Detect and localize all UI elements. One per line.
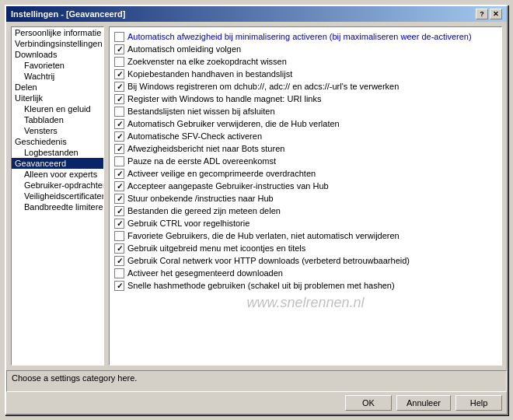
- sidebar-item-logbestanden[interactable]: Logbestanden: [12, 147, 103, 158]
- watermark: www.snelrennen.nl: [246, 295, 364, 311]
- sidebar-item-uiterlijk[interactable]: Uiterlijk: [12, 93, 103, 103]
- sidebar-item-downloads[interactable]: Downloads: [12, 49, 103, 60]
- sidebar-item-bandbreedte[interactable]: Bandbreedte limiteren: [12, 201, 103, 212]
- checkbox-8[interactable]: [114, 131, 124, 142]
- checkbox-label-10: Pauze na de eerste ADL overeenkomst: [127, 156, 497, 166]
- checkbox-label-19: Activeer het gesegmenteerd downloaden: [127, 268, 497, 278]
- ok-button[interactable]: OK: [345, 395, 392, 411]
- sidebar-item-geavanceerd[interactable]: Geavanceerd: [12, 158, 103, 169]
- checkbox-13[interactable]: [114, 194, 124, 204]
- sidebar-item-persoonlijke[interactable]: Persoonlijke informatie: [12, 27, 103, 38]
- cancel-button[interactable]: Annuleer: [396, 395, 451, 411]
- checkbox-17[interactable]: [114, 243, 124, 254]
- checkbox-label-1: Automatisch omleiding volgen: [127, 44, 497, 54]
- sidebar-item-favorieten[interactable]: Favorieten: [12, 60, 103, 71]
- checkbox-label-17: Gebruik uitgebreid menu met icoontjes en…: [127, 243, 497, 254]
- sidebar-item-delen[interactable]: Delen: [12, 82, 103, 93]
- checkbox-label-14: Bestanden die gereed zijn meteen delen: [127, 205, 497, 216]
- checkbox-row-20[interactable]: Snelle hashmethode gebruiken (schakel ui…: [113, 279, 498, 292]
- sidebar-item-wachtrij[interactable]: Wachtrij: [12, 71, 103, 82]
- help-title-button[interactable]: ?: [476, 9, 488, 19]
- checkbox-row-13[interactable]: Stuur onbekende /instructies naar Hub: [113, 192, 498, 205]
- checkbox-row-18[interactable]: Gebruik Coral netwerk voor HTTP download…: [113, 254, 498, 267]
- sidebar: Persoonlijke informatieVerbindingsinstel…: [11, 26, 104, 366]
- checkbox-14[interactable]: [114, 206, 124, 216]
- help-button[interactable]: Help: [455, 395, 502, 411]
- checkbox-row-7[interactable]: Automatisch Gebruiker verwijderen, die d…: [113, 117, 498, 130]
- checkbox-label-5: Register with Windows to handle magnet: …: [127, 93, 497, 104]
- sidebar-item-vensters[interactable]: Vensters: [12, 125, 103, 136]
- checkbox-12[interactable]: [114, 181, 124, 191]
- checkbox-19[interactable]: [114, 268, 124, 278]
- checkbox-row-9[interactable]: Afwezigheidsbericht niet naar Bots sture…: [113, 142, 498, 155]
- checkbox-label-18: Gebruik Coral netwerk voor HTTP download…: [127, 255, 497, 266]
- checkbox-row-3[interactable]: Kopiebestanden handhaven in bestandslijs…: [113, 68, 498, 80]
- status-bar: Choose a settings category here.: [6, 370, 507, 392]
- sidebar-item-tabbladen[interactable]: Tabbladen: [12, 114, 103, 125]
- sidebar-item-experts[interactable]: Alleen voor experts: [12, 169, 103, 180]
- watermark-row: www.snelrennen.nl: [113, 292, 498, 314]
- checkbox-0[interactable]: [114, 32, 124, 42]
- checkbox-9[interactable]: [114, 144, 124, 154]
- sidebar-item-opdrachten[interactable]: Gebruiker-opdrachten: [12, 180, 103, 191]
- checkbox-label-9: Afwezigheidsbericht niet naar Bots sture…: [127, 143, 497, 154]
- checkbox-row-14[interactable]: Bestanden die gereed zijn meteen delen: [113, 205, 498, 217]
- checkbox-20[interactable]: [114, 281, 124, 291]
- checkbox-6[interactable]: [114, 107, 124, 117]
- content-area: Persoonlijke informatieVerbindingsinstel…: [6, 22, 507, 370]
- checkbox-label-8: Automatische SFV-Check activeren: [127, 131, 497, 142]
- checkbox-row-16[interactable]: Favoriete Gebruikers, die de Hub verlate…: [113, 229, 498, 242]
- checkbox-row-15[interactable]: Gebruik CTRL voor regelhistorie: [113, 217, 498, 229]
- checkbox-15[interactable]: [114, 219, 124, 229]
- checkbox-row-8[interactable]: Automatische SFV-Check activeren: [113, 130, 498, 142]
- checkbox-16[interactable]: [114, 231, 124, 241]
- checkbox-row-1[interactable]: Automatisch omleiding volgen: [113, 43, 498, 55]
- titlebar: Instellingen - [Geavanceerd] ? ✕: [6, 6, 507, 22]
- checkbox-row-5[interactable]: Register with Windows to handle magnet: …: [113, 93, 498, 105]
- sidebar-item-geschiedenis[interactable]: Geschiedenis: [12, 136, 103, 147]
- checkbox-row-2[interactable]: Zoekvenster na elke zoekopdracht wissen: [113, 55, 498, 68]
- main-panel: Automatisch afwezigheid bij minimaliseri…: [109, 26, 502, 366]
- checkbox-18[interactable]: [114, 256, 124, 266]
- checkbox-row-12[interactable]: Accepteer aangepaste Gebruiker-instructi…: [113, 180, 498, 192]
- checkbox-label-11: Activeer veilige en gecomprimeerde overd…: [127, 168, 497, 179]
- window-title: Instellingen - [Geavanceerd]: [11, 9, 125, 19]
- checkbox-row-10[interactable]: Pauze na de eerste ADL overeenkomst: [113, 155, 498, 167]
- checkbox-label-15: Gebruik CTRL voor regelhistorie: [127, 218, 497, 229]
- checkbox-11[interactable]: [114, 169, 124, 179]
- sidebar-item-veiligheid[interactable]: Veiligheidscertificaten: [12, 191, 103, 201]
- checkbox-label-3: Kopiebestanden handhaven in bestandslijs…: [127, 68, 497, 79]
- checkbox-row-4[interactable]: Bij Windows registreren om dchub://, adc…: [113, 80, 498, 93]
- checkbox-3[interactable]: [114, 69, 124, 79]
- checkboxes-area: Automatisch afwezigheid bij minimaliseri…: [109, 26, 502, 366]
- checkbox-label-7: Automatisch Gebruiker verwijderen, die d…: [127, 118, 497, 129]
- checkbox-row-6[interactable]: Bestandslijsten niet wissen bij afsluite…: [113, 105, 498, 117]
- checkbox-10[interactable]: [114, 156, 124, 166]
- sidebar-item-verbinding[interactable]: Verbindingsinstellingen: [12, 38, 103, 49]
- checkbox-row-0[interactable]: Automatisch afwezigheid bij minimaliseri…: [113, 30, 498, 43]
- checkbox-label-16: Favoriete Gebruikers, die de Hub verlate…: [127, 230, 497, 241]
- checkbox-row-11[interactable]: Activeer veilige en gecomprimeerde overd…: [113, 167, 498, 180]
- checkbox-2[interactable]: [114, 57, 124, 67]
- checkbox-label-0: Automatisch afwezigheid bij minimaliseri…: [127, 31, 497, 42]
- checkbox-1[interactable]: [114, 44, 124, 54]
- checkbox-5[interactable]: [114, 94, 124, 104]
- status-text: Choose a settings category here.: [12, 373, 137, 383]
- sidebar-item-kleuren[interactable]: Kleuren en geluid: [12, 103, 103, 114]
- bottom-bar: OK Annuleer Help: [6, 392, 507, 414]
- checkbox-label-6: Bestandslijsten niet wissen bij afsluite…: [127, 106, 497, 117]
- settings-window: Instellingen - [Geavanceerd] ? ✕ Persoon…: [5, 5, 508, 415]
- checkbox-row-17[interactable]: Gebruik uitgebreid menu met icoontjes en…: [113, 242, 498, 254]
- checkbox-label-4: Bij Windows registreren om dchub://, adc…: [127, 81, 497, 92]
- checkbox-label-20: Snelle hashmethode gebruiken (schakel ui…: [127, 280, 497, 291]
- checkbox-row-19[interactable]: Activeer het gesegmenteerd downloaden: [113, 267, 498, 279]
- checkbox-4[interactable]: [114, 82, 124, 92]
- checkbox-7[interactable]: [114, 119, 124, 129]
- checkbox-label-13: Stuur onbekende /instructies naar Hub: [127, 193, 497, 204]
- checkbox-label-2: Zoekvenster na elke zoekopdracht wissen: [127, 56, 497, 67]
- close-title-button[interactable]: ✕: [490, 9, 502, 19]
- titlebar-buttons: ? ✕: [476, 9, 502, 19]
- checkbox-label-12: Accepteer aangepaste Gebruiker-instructi…: [127, 180, 497, 191]
